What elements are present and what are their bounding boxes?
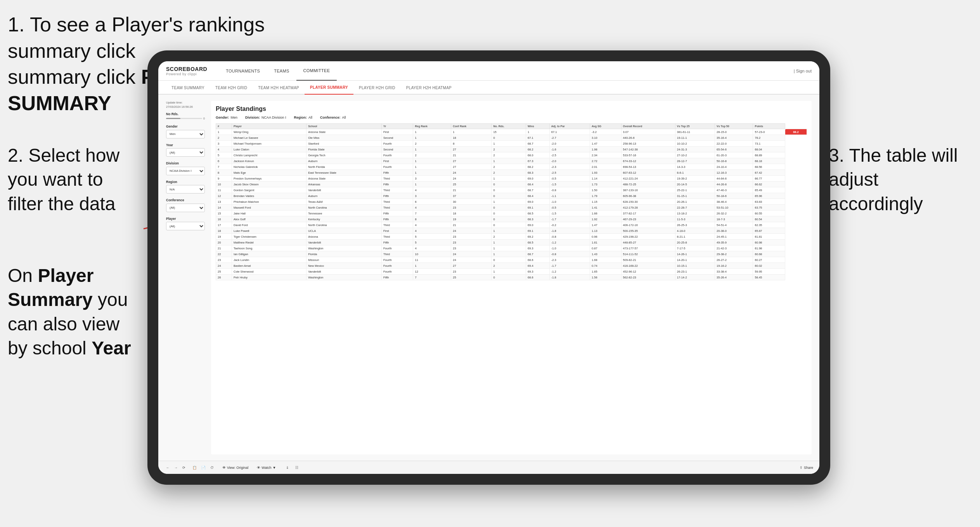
col-vs-top50: Vs Top 50 xyxy=(715,124,753,129)
no-rds-label: No Rds. xyxy=(166,112,205,116)
table-region-value: All xyxy=(308,116,312,119)
table-cell: Maxwell Ford xyxy=(232,205,306,211)
table-cell: 1.56 xyxy=(590,275,621,280)
table-cell: -1.8 xyxy=(549,275,590,280)
table-cell: 27 xyxy=(451,164,492,170)
subnav-team-summary[interactable]: TEAM SUMMARY xyxy=(166,81,210,95)
table-cell: 2 xyxy=(492,164,526,170)
toolbar-watch[interactable]: 👁 Watch ▼ xyxy=(257,466,276,470)
gender-label: Gender xyxy=(166,124,205,128)
conference-select[interactable]: (All) xyxy=(166,204,205,212)
table-cell: 9 xyxy=(216,176,232,181)
table-cell: Jacob Skov Olesen xyxy=(232,181,306,187)
table-cell: 68.5 xyxy=(526,211,549,216)
table-cell: Phichakun Maichon xyxy=(232,199,306,205)
table-cell: 67.1 xyxy=(526,135,549,141)
subnav-player-summary[interactable]: PLAYER SUMMARY xyxy=(305,81,353,95)
table-cell: Georgia Tech xyxy=(306,152,382,158)
table-cell: 60.02 xyxy=(753,263,785,269)
gender-select[interactable]: Men xyxy=(166,130,205,138)
table-cell: 61.98 xyxy=(753,245,785,251)
subnav-team-h2h-grid[interactable]: TEAM H2H GRID xyxy=(210,81,253,95)
toolbar-paste-btn[interactable]: 📄 xyxy=(200,465,207,470)
table-cell: 26 xyxy=(216,275,232,280)
year-select[interactable]: (All) xyxy=(166,148,205,157)
subnav-player-h2h-grid[interactable]: PLAYER H2H GRID xyxy=(353,81,401,95)
table-cell: 1 xyxy=(216,129,232,135)
table-cell: Mats Ege xyxy=(232,170,306,176)
table-row: 19Tiger ChristensenArizonaThird523269.2-… xyxy=(216,234,807,240)
table-cell: 88.2 xyxy=(785,129,807,135)
table-cell: 68.6 xyxy=(526,257,549,263)
table-cell: 3.07 xyxy=(621,129,675,135)
table-cell: 60.54 xyxy=(753,216,785,222)
table-cell: 68.7 xyxy=(526,141,549,147)
table-filter-division: Division: NCAA Division I xyxy=(245,116,286,119)
no-rds-slider-container: 0 xyxy=(166,117,205,120)
table-cell: 68.5 xyxy=(526,240,549,245)
instruction-step4-text: On xyxy=(8,265,38,286)
table-cell: Fifth xyxy=(381,170,413,176)
table-cell: Fifth xyxy=(381,240,413,245)
table-cell: 25-22-1 xyxy=(675,187,715,193)
toolbar-copy-btn[interactable]: 📋 xyxy=(191,465,198,470)
no-rds-slider[interactable] xyxy=(166,118,202,119)
sub-nav: TEAM SUMMARY TEAM H2H GRID TEAM H2H HEAT… xyxy=(158,81,819,95)
table-cell: -3.2 xyxy=(590,129,621,135)
division-select[interactable]: NCAA Division I xyxy=(166,167,205,175)
table-cell: 27 xyxy=(451,263,492,269)
toolbar-view-original[interactable]: 👁 View: Original xyxy=(222,466,248,470)
table-cell: 1.47 xyxy=(590,222,621,228)
subnav-team-h2h-heatmap[interactable]: TEAM H2H HEATMAP xyxy=(253,81,305,95)
table-cell: 1 xyxy=(413,164,451,170)
nav-teams[interactable]: TEAMS xyxy=(267,61,296,81)
table-cell: 44-26-8 xyxy=(715,181,753,187)
subnav-player-h2h-heatmap[interactable]: PLAYER H2H HEATMAP xyxy=(401,81,457,95)
table-gender-value: Men xyxy=(231,116,238,119)
table-cell: Tennessee xyxy=(306,211,382,216)
table-cell: 18 xyxy=(451,211,492,216)
table-cell: 68.0 xyxy=(526,152,549,158)
toolbar-forward-btn[interactable]: → xyxy=(173,465,179,470)
table-cell: 406-172-16 xyxy=(621,222,675,228)
table-cell: -2.3 xyxy=(549,257,590,263)
table-cell: 1.41 xyxy=(590,205,621,211)
nav-tournaments[interactable]: TOURNAMENTS xyxy=(219,61,267,81)
table-cell: 24 xyxy=(451,228,492,234)
table-cell: 0 xyxy=(492,205,526,211)
table-cell: 17-14-2 xyxy=(675,275,715,280)
table-cell: -0.8 xyxy=(549,251,590,257)
filter-year: Year (All) xyxy=(166,143,205,157)
table-cell: 68.7 xyxy=(526,251,549,257)
table-cell: Alex Goff xyxy=(232,216,306,222)
table-row: 8Mats EgeEast Tennessee StateFifth124268… xyxy=(216,170,807,176)
table-cell: 47-40-3 xyxy=(715,187,753,193)
toolbar-share[interactable]: ⇧ Share xyxy=(800,466,813,470)
toolbar-reload-btn[interactable]: ⟳ xyxy=(181,465,187,470)
table-cell: Ian Gilligan xyxy=(232,251,306,257)
table-cell: 607-63-12 xyxy=(621,170,675,176)
region-select[interactable]: N/A xyxy=(166,185,205,194)
toolbar-clock-btn[interactable]: ⏱ xyxy=(209,465,215,470)
table-cell: 1 xyxy=(413,129,451,135)
table-cell: 1 xyxy=(492,158,526,164)
toolbar-back-btn[interactable]: ← xyxy=(164,465,171,470)
table-cell: 10 xyxy=(216,181,232,187)
table-cell: 20-38-0 xyxy=(715,228,753,234)
toolbar-download-btn[interactable]: ⇓ xyxy=(284,465,291,470)
table-cell: 67.42 xyxy=(753,170,785,176)
table-cell: 18-7-3 xyxy=(715,216,753,222)
toolbar-grid-btn[interactable]: ☷ xyxy=(294,465,300,470)
player-select[interactable]: (All) xyxy=(166,222,205,230)
table-cell: 514-111-52 xyxy=(621,251,675,257)
nav-committee[interactable]: COMMITTEE xyxy=(296,61,337,81)
table-cell: 37 xyxy=(451,193,492,199)
table-cell: 62.35 xyxy=(753,222,785,228)
table-cell: 21-42-3 xyxy=(715,245,753,251)
table-cell: 0 xyxy=(492,257,526,263)
sign-out[interactable]: | Sign out xyxy=(794,69,812,73)
table-cell: 5 xyxy=(216,152,232,158)
table-cell: 1.79 xyxy=(590,193,621,199)
table-cell: 35-26-4 xyxy=(715,275,753,280)
table-row: 22Ian GilliganFloridaThird1024168.7-0.81… xyxy=(216,251,807,257)
